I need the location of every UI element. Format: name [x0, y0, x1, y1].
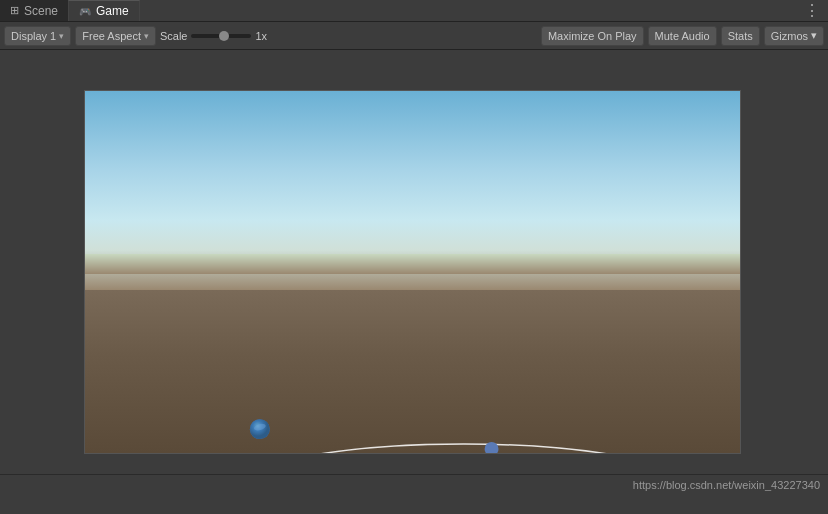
stats-button[interactable]: Stats: [721, 26, 760, 46]
tab-bar: ⊞ Scene 🎮 Game ⋮: [0, 0, 828, 22]
game-viewport: [84, 90, 741, 454]
tab-game[interactable]: 🎮 Game: [68, 0, 140, 21]
display-selector[interactable]: Display 1 ▾: [4, 26, 71, 46]
maximize-on-play-button[interactable]: Maximize On Play: [541, 26, 644, 46]
tab-scene-label: Scene: [24, 4, 58, 18]
display-label: Display 1: [11, 30, 56, 42]
mute-audio-label: Mute Audio: [655, 30, 710, 42]
scale-value: 1x: [255, 30, 267, 42]
aspect-selector[interactable]: Free Aspect ▾: [75, 26, 156, 46]
chevron-down-icon: ▾: [59, 31, 64, 41]
tab-game-label: Game: [96, 4, 129, 18]
status-url: https://blog.csdn.net/weixin_43227340: [633, 479, 820, 491]
grid-icon: ⊞: [10, 4, 19, 17]
gizmos-label: Gizmos: [771, 30, 808, 42]
scale-thumb: [219, 31, 229, 41]
gizmos-button[interactable]: Gizmos ▾: [764, 26, 824, 46]
game-controller-icon: 🎮: [79, 6, 91, 17]
chevron-down-icon: ▾: [811, 29, 817, 42]
scale-slider[interactable]: [191, 34, 251, 38]
mute-audio-button[interactable]: Mute Audio: [648, 26, 717, 46]
stats-label: Stats: [728, 30, 753, 42]
status-bar: https://blog.csdn.net/weixin_43227340: [0, 474, 828, 494]
more-icon: ⋮: [804, 1, 820, 20]
toolbar-right: Maximize On Play Mute Audio Stats Gizmos…: [541, 26, 824, 46]
game-viewport-container: https://blog.csdn.net/weixin_43227340: [0, 50, 828, 494]
toolbar: Display 1 ▾ Free Aspect ▾ Scale 1x Maxim…: [0, 22, 828, 50]
maximize-on-play-label: Maximize On Play: [548, 30, 637, 42]
tab-scene[interactable]: ⊞ Scene: [0, 0, 68, 21]
aspect-label: Free Aspect: [82, 30, 141, 42]
chevron-down-icon: ▾: [144, 31, 149, 41]
svg-point-0: [195, 444, 732, 453]
scale-label: Scale: [160, 30, 188, 42]
scale-control: Scale 1x: [160, 30, 267, 42]
tab-more-button[interactable]: ⋮: [796, 0, 828, 21]
solar-system-scene: [85, 91, 740, 453]
